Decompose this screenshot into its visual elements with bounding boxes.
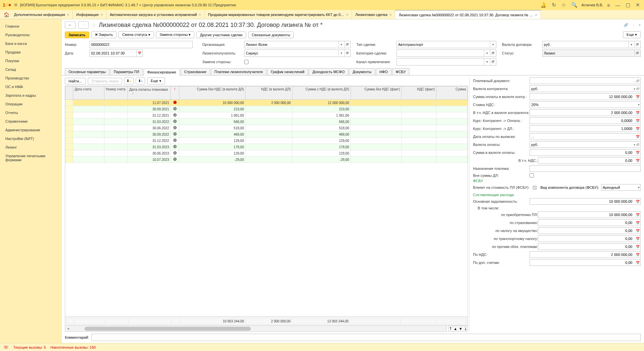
- finance-grid[interactable]: Дата счета Номер счета Дата оплаты плано…: [65, 86, 468, 163]
- tab-4[interactable]: Лизинговая сделка×: [352, 10, 395, 19]
- side-prod[interactable]: Производство: [0, 74, 61, 82]
- paydoc-input[interactable]: …🗗: [530, 77, 641, 84]
- linked-docs-button[interactable]: Связанные документы: [248, 32, 294, 38]
- minimize-icon[interactable]: —: [614, 2, 622, 8]
- side-bank[interactable]: Банк и касса: [0, 39, 61, 48]
- dtab-5[interactable]: График начислений: [267, 68, 308, 75]
- bytrans-input[interactable]: 0,00📅: [538, 235, 641, 242]
- back-button[interactable]: ←: [65, 21, 76, 29]
- table-row[interactable]: 30.06.2022518,00518,00: [66, 125, 468, 131]
- sort-asc-icon[interactable]: ⬇A: [124, 77, 133, 84]
- org-input[interactable]: Лизинг Всем▾🗗: [244, 41, 351, 48]
- maximize-icon[interactable]: ▢: [624, 2, 632, 8]
- table-row[interactable]: 10.07.2023-29,00-29,00: [66, 157, 468, 163]
- cacurr-input[interactable]: руб.▾ 🗗: [530, 85, 641, 92]
- close-page-icon[interactable]: ×: [639, 23, 641, 27]
- side-stock[interactable]: Склад: [0, 65, 61, 74]
- dtab-4[interactable]: Платежи лизингополучателя: [211, 68, 267, 75]
- dtab-6[interactable]: Доходность МСФО: [309, 68, 348, 75]
- payvat-input[interactable]: 0,00📅: [538, 157, 641, 164]
- lessee-input[interactable]: Сириус▾🗗: [244, 50, 351, 57]
- replace-side-button[interactable]: Замена стороны ▾: [156, 31, 195, 38]
- dtab-7[interactable]: Документы: [349, 68, 375, 75]
- fav-icon[interactable]: ☆: [91, 22, 96, 28]
- status-button[interactable]: Смена статуса ▾: [118, 31, 154, 38]
- forward-button[interactable]: →: [78, 21, 89, 29]
- byptax-input[interactable]: 0,00📅: [538, 227, 641, 234]
- paysum-input[interactable]: 0,00📅: [530, 149, 641, 156]
- participants-button[interactable]: Другие участники сделки: [196, 32, 246, 38]
- side-refs[interactable]: Справочники: [0, 117, 61, 126]
- star-icon[interactable]: ☆: [560, 2, 567, 8]
- paycurr-input[interactable]: руб.▾ 🗗: [530, 141, 641, 148]
- close-icon[interactable]: ×: [390, 13, 392, 17]
- close-icon[interactable]: ×: [67, 13, 69, 17]
- close-icon[interactable]: ×: [199, 13, 201, 17]
- close-button[interactable]: ✕ Закрыть: [91, 31, 116, 38]
- table-row[interactable]: 30.06.2023129,00129,00: [66, 150, 468, 157]
- repl-checkbox[interactable]: [244, 60, 248, 64]
- curr-input[interactable]: руб.▾🗗: [542, 41, 641, 48]
- channel-input[interactable]: ▾🗗: [397, 58, 496, 65]
- close-icon[interactable]: ×: [346, 13, 348, 17]
- bankdate-input[interactable]: . .📅: [530, 133, 641, 140]
- side-manager[interactable]: Руководителю: [0, 31, 61, 39]
- bell-icon[interactable]: 🔔: [539, 2, 548, 8]
- menu-dots-icon[interactable]: ⋮: [632, 23, 635, 27]
- side-leasing[interactable]: Лизинг: [0, 143, 61, 152]
- search-icon[interactable]: 🔍: [570, 2, 579, 8]
- tab-0[interactable]: Дополнительная информация×: [11, 10, 73, 19]
- tab-2[interactable]: Автоматическая загрузка и установка испр…: [106, 10, 205, 19]
- table-row[interactable]: 31.12.20211 061,001 061,00: [66, 112, 468, 119]
- byins-input[interactable]: 0,00📅: [538, 219, 641, 226]
- grid-nav[interactable]: ⤒▲▼⤓: [448, 326, 468, 332]
- sumca-input[interactable]: 12 000 000,00📅: [530, 93, 641, 100]
- close-icon[interactable]: ×: [535, 13, 537, 17]
- byother-input[interactable]: 0,00📅: [538, 243, 641, 250]
- dtab-2[interactable]: Финансирование: [144, 68, 180, 75]
- dealcat-input[interactable]: ▾🗗: [397, 50, 496, 57]
- main-input[interactable]: 10 000 000,00📅: [530, 198, 641, 205]
- dtab-0[interactable]: Основные параметры: [65, 68, 109, 75]
- out-checkbox[interactable]: [530, 173, 534, 177]
- byacq-input[interactable]: 10 000 000,00📅: [538, 211, 641, 218]
- date-input[interactable]: 02.08.2021 10:37:30📅: [89, 50, 143, 57]
- table-row[interactable]: 11.07.202110 000 000,002 000 000,0012 00…: [66, 100, 468, 106]
- tab-1[interactable]: Информация×: [73, 10, 106, 19]
- hscrollbar[interactable]: ◂: [65, 326, 447, 332]
- table-row[interactable]: 31.12.2022129,00129,00: [66, 138, 468, 144]
- link-icon[interactable]: 🔗: [624, 23, 628, 27]
- find-button[interactable]: Найти...: [65, 78, 86, 84]
- rate2-input[interactable]: 1,0000📅: [530, 125, 641, 132]
- dtab-3[interactable]: Страхование: [181, 68, 210, 75]
- write-button[interactable]: Записать: [65, 32, 89, 38]
- side-admin[interactable]: Администрирование: [0, 126, 61, 134]
- table-row[interactable]: 30.09.2022469,00469,00: [66, 131, 468, 138]
- close-icon[interactable]: ×: [101, 13, 103, 17]
- side-print[interactable]: Управление печатными формами: [0, 152, 61, 164]
- user-name[interactable]: Агличев В.В.: [581, 3, 603, 7]
- byvat-input[interactable]: 2 000 000,00📅: [530, 251, 641, 258]
- side-buy[interactable]: Покупки: [0, 57, 61, 65]
- menu-icon[interactable]: ≡: [14, 2, 17, 8]
- side-ops[interactable]: Операции: [0, 100, 61, 108]
- table-row[interactable]: 31.03.2023178,00178,00: [66, 144, 468, 150]
- tab-3[interactable]: Продавцам маркированных товаров рекоменд…: [205, 10, 352, 19]
- side-sales[interactable]: Продажи: [0, 48, 61, 57]
- close-icon[interactable]: ✕: [634, 2, 641, 8]
- more-button[interactable]: Еще ▾: [623, 31, 641, 38]
- side-main[interactable]: Главное: [0, 22, 61, 31]
- dtab-1[interactable]: Параметры ПЛ: [110, 68, 143, 75]
- home-tab[interactable]: 🏠: [2, 10, 11, 19]
- cancel-find-button[interactable]: Отменить поиск: [88, 78, 122, 84]
- comment-input[interactable]: [91, 334, 641, 341]
- side-reports[interactable]: Отчеты: [0, 108, 61, 117]
- side-bit[interactable]: Настройки (БИТ): [0, 134, 61, 143]
- vat-input[interactable]: 20%▾: [530, 101, 641, 108]
- number-input[interactable]: 000000022: [89, 41, 193, 48]
- table-row[interactable]: 31.03.2022566,00566,00: [66, 119, 468, 125]
- vatca-input[interactable]: 2 000 000,00📅: [530, 109, 641, 116]
- dealtype-input[interactable]: Автотранспорт▾: [397, 41, 496, 48]
- history-icon[interactable]: ↻: [551, 2, 558, 8]
- purpose-input[interactable]: [530, 165, 641, 172]
